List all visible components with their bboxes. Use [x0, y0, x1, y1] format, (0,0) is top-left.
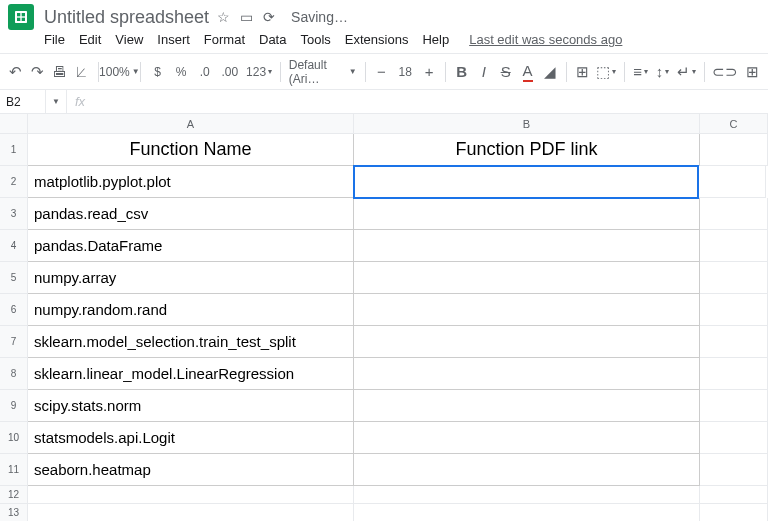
cell-c9[interactable] [700, 390, 768, 422]
horizontal-align-button[interactable]: ≡▾ [633, 59, 649, 85]
cell-c4[interactable] [700, 230, 768, 262]
column-header-b[interactable]: B [354, 114, 700, 133]
name-box-dropdown[interactable]: ▼ [46, 90, 67, 113]
name-box[interactable]: B2 [0, 90, 46, 113]
row-header-6[interactable]: 6 [0, 294, 28, 326]
menu-file[interactable]: File [44, 32, 65, 47]
currency-button[interactable]: $ [149, 59, 166, 85]
cell-a11[interactable]: seaborn.heatmap [28, 454, 354, 486]
bold-button[interactable]: B [454, 59, 470, 85]
cell-c12[interactable] [700, 486, 768, 504]
percent-button[interactable]: % [172, 59, 189, 85]
cell-b7[interactable] [354, 326, 700, 358]
cell-a13[interactable] [28, 504, 354, 521]
paint-format-button[interactable]: ⟀ [74, 59, 90, 85]
row-header-10[interactable]: 10 [0, 422, 28, 454]
last-edit-link[interactable]: Last edit was seconds ago [469, 32, 622, 47]
cell-c2[interactable] [698, 166, 766, 198]
cell-b13[interactable] [354, 504, 700, 521]
menu-insert[interactable]: Insert [157, 32, 190, 47]
row-header-7[interactable]: 7 [0, 326, 28, 358]
increase-decimal-button[interactable]: .00 [219, 59, 240, 85]
cell-a9[interactable]: scipy.stats.norm [28, 390, 354, 422]
cell-b8[interactable] [354, 358, 700, 390]
select-all-corner[interactable] [0, 114, 28, 133]
menu-help[interactable]: Help [422, 32, 449, 47]
row-header-8[interactable]: 8 [0, 358, 28, 390]
borders-button[interactable]: ⊞ [574, 59, 590, 85]
cloud-saving-icon[interactable]: ⟳ [263, 9, 275, 25]
column-header-a[interactable]: A [28, 114, 354, 133]
font-size-decrease[interactable]: − [373, 59, 389, 85]
cell-a1[interactable]: Function Name [28, 134, 354, 166]
fill-color-button[interactable]: ◢ [542, 59, 558, 85]
cell-c3[interactable] [700, 198, 768, 230]
cell-c7[interactable] [700, 326, 768, 358]
insert-comment-button[interactable]: ⊞ [744, 59, 760, 85]
column-header-c[interactable]: C [700, 114, 768, 133]
font-size-select[interactable]: 18 [395, 59, 415, 85]
print-button[interactable]: 🖶 [52, 59, 68, 85]
font-family-select[interactable]: Default (Ari…▼ [289, 59, 357, 85]
cell-c6[interactable] [700, 294, 768, 326]
cell-b9[interactable] [354, 390, 700, 422]
menu-data[interactable]: Data [259, 32, 286, 47]
cell-b12[interactable] [354, 486, 700, 504]
cell-a5[interactable]: numpy.array [28, 262, 354, 294]
cell-c1[interactable] [700, 134, 768, 166]
vertical-align-button[interactable]: ↕▾ [655, 59, 671, 85]
merge-cells-button[interactable]: ⬚▾ [596, 59, 616, 85]
zoom-select[interactable]: 100%▼ [106, 59, 132, 85]
star-icon[interactable]: ☆ [217, 9, 230, 25]
row-header-5[interactable]: 5 [0, 262, 28, 294]
cell-b3[interactable] [354, 198, 700, 230]
cell-b4[interactable] [354, 230, 700, 262]
document-title[interactable]: Untitled spreadsheet [44, 7, 209, 28]
row-header-3[interactable]: 3 [0, 198, 28, 230]
cell-b1[interactable]: Function PDF link [354, 134, 700, 166]
cell-c8[interactable] [700, 358, 768, 390]
insert-link-button[interactable]: ⊂⊃ [712, 59, 738, 85]
undo-button[interactable]: ↶ [8, 59, 24, 85]
menu-extensions[interactable]: Extensions [345, 32, 409, 47]
cell-a7[interactable]: sklearn.model_selection.train_test_split [28, 326, 354, 358]
cell-c13[interactable] [700, 504, 768, 521]
cell-a12[interactable] [28, 486, 354, 504]
row-header-9[interactable]: 9 [0, 390, 28, 422]
cell-a10[interactable]: statsmodels.api.Logit [28, 422, 354, 454]
cell-b5[interactable] [354, 262, 700, 294]
text-color-button[interactable]: A [520, 59, 536, 85]
move-icon[interactable]: ▭ [240, 9, 253, 25]
cell-c11[interactable] [700, 454, 768, 486]
row-header-11[interactable]: 11 [0, 454, 28, 486]
cell-c5[interactable] [700, 262, 768, 294]
strikethrough-button[interactable]: S [498, 59, 514, 85]
cell-a2[interactable]: matplotlib.pyplot.plot [28, 166, 354, 198]
text-wrap-button[interactable]: ↵▾ [677, 59, 696, 85]
menu-format[interactable]: Format [204, 32, 245, 47]
row-header-12[interactable]: 12 [0, 486, 28, 504]
sheets-logo[interactable] [8, 4, 34, 30]
cell-b10[interactable] [354, 422, 700, 454]
row-header-2[interactable]: 2 [0, 166, 28, 198]
cell-a4[interactable]: pandas.DataFrame [28, 230, 354, 262]
row-header-4[interactable]: 4 [0, 230, 28, 262]
cell-b2[interactable] [353, 165, 699, 199]
decrease-decimal-button[interactable]: .0 [196, 59, 213, 85]
menu-tools[interactable]: Tools [300, 32, 330, 47]
italic-button[interactable]: I [476, 59, 492, 85]
redo-button[interactable]: ↷ [30, 59, 46, 85]
cell-a3[interactable]: pandas.read_csv [28, 198, 354, 230]
row-header-13[interactable]: 13 [0, 504, 28, 521]
cell-b11[interactable] [354, 454, 700, 486]
menu-edit[interactable]: Edit [79, 32, 101, 47]
cell-a8[interactable]: sklearn.linear_model.LinearRegression [28, 358, 354, 390]
formula-input[interactable] [93, 90, 768, 113]
font-size-increase[interactable]: + [421, 59, 437, 85]
cell-b6[interactable] [354, 294, 700, 326]
row-header-1[interactable]: 1 [0, 134, 28, 166]
menu-view[interactable]: View [115, 32, 143, 47]
more-formats-button[interactable]: 123▾ [246, 59, 272, 85]
cell-c10[interactable] [700, 422, 768, 454]
cell-a6[interactable]: numpy.random.rand [28, 294, 354, 326]
